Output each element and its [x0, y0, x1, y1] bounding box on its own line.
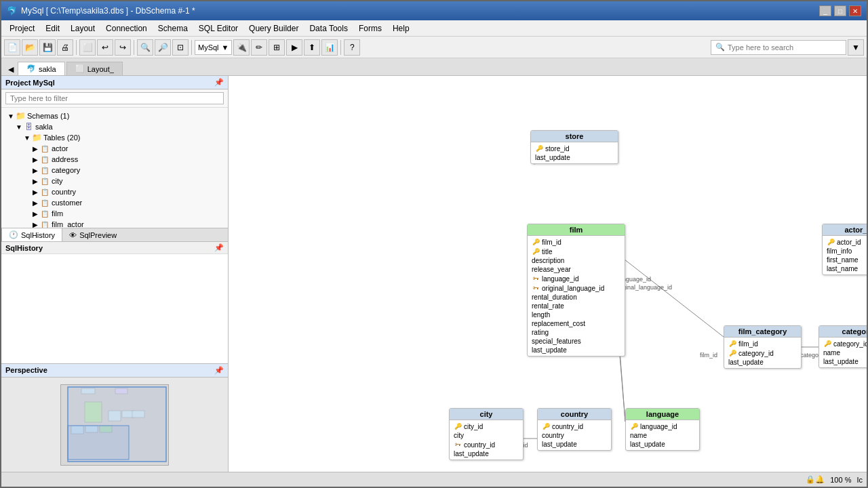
co-field-country-id: 🔑 country_id	[540, 422, 608, 431]
menu-forms[interactable]: Forms	[353, 22, 387, 35]
table-category[interactable]: ▶ 📋 category	[1, 165, 228, 176]
connection-dropdown[interactable]: MySql ▼	[195, 40, 232, 55]
table-category-card[interactable]: category 🔑 category_id name last_update	[818, 325, 867, 368]
close-button[interactable]: ✕	[849, 5, 861, 16]
save-button[interactable]: 💾	[39, 39, 56, 56]
sakla-arrow[interactable]: ▼	[15, 123, 23, 131]
cat-field-name: name	[822, 348, 867, 357]
zoom-out-button[interactable]: 🔍	[137, 39, 153, 56]
table-customer[interactable]: ▶ 📋 customer	[1, 197, 228, 208]
undo-button[interactable]: ↩	[97, 39, 113, 56]
print-button[interactable]: 🖨	[57, 39, 73, 56]
title-bar-left: 🐬 MySql [ C:\Temp\sakila3.dbs ] - DbSche…	[7, 6, 195, 16]
table-language-card[interactable]: language 🔑 language_id name last_update	[625, 408, 700, 451]
menu-edit[interactable]: Edit	[40, 22, 65, 35]
menu-query-builder[interactable]: Query Builder	[243, 22, 304, 35]
connection-value: MySql	[198, 43, 219, 52]
table-store-card[interactable]: store 🔑 store_id last_update	[530, 130, 618, 164]
tab-bar: ◀ 🐬 sakla ⬜ Layout_	[1, 58, 867, 76]
minimize-button[interactable]: _	[819, 5, 831, 16]
film-header: film	[528, 224, 625, 236]
search-input[interactable]	[728, 43, 842, 52]
table-country[interactable]: ▶ 📋 country	[1, 186, 228, 197]
city-body: 🔑 city_id city 🗝 country_id last_update	[450, 420, 523, 460]
edit-button[interactable]: ✏	[251, 39, 267, 56]
search-options-button[interactable]: ▼	[848, 39, 864, 56]
schema-icon: 🗄	[23, 122, 34, 131]
co-field-last-update: last_update	[540, 440, 608, 449]
table-customer-label: customer	[52, 199, 82, 207]
table-film[interactable]: ▶ 📋 film	[1, 208, 228, 219]
table-film-card[interactable]: film 🔑 film_id 🔑 title description relea…	[527, 224, 625, 357]
tree-search-input[interactable]	[5, 92, 224, 104]
tab-layout[interactable]: ⬜ Layout_	[66, 62, 123, 75]
menu-connection[interactable]: Connection	[100, 22, 153, 35]
help-button[interactable]: ?	[344, 39, 360, 56]
table-country-card[interactable]: country 🔑 country_id country last_update	[537, 408, 612, 451]
menu-project[interactable]: Project	[4, 22, 40, 35]
tab-layout-icon: ⬜	[75, 64, 85, 73]
sql2-button[interactable]: 📊	[321, 39, 338, 56]
store-field-store-id: 🔑 store_id	[534, 144, 615, 153]
new-button[interactable]: 📄	[4, 39, 20, 56]
pk-icon7: 🔑	[823, 340, 831, 348]
status-bar: 🔒🔔 100 % Ic	[1, 472, 867, 487]
language-header: language	[626, 409, 699, 420]
menu-layout[interactable]: Layout	[65, 22, 100, 35]
schemas-node[interactable]: ▼ 📁 Schemas (1)	[1, 110, 228, 121]
table-actor-info-card[interactable]: actor_info 🔑 actor_id film_info first_na…	[822, 224, 867, 275]
schemas-arrow[interactable]: ▼	[7, 113, 15, 120]
film-field-length: length	[530, 310, 622, 319]
tab-nav-left[interactable]: ◀	[4, 64, 18, 75]
export-button[interactable]: ⬆	[304, 39, 320, 56]
table-city-card[interactable]: city 🔑 city_id city 🗝 country_id last_up…	[449, 408, 524, 460]
film-title-label: title	[542, 248, 553, 256]
project-panel-pin-icon[interactable]: 📌	[214, 78, 224, 87]
table-film-category-card[interactable]: film_category 🔑 film_id 🔑 category_id la…	[724, 325, 802, 369]
sql-pin-icon[interactable]: 📌	[214, 243, 224, 252]
tab-sakla[interactable]: 🐬 sakla	[18, 62, 65, 75]
fc-field-last-update: last_update	[727, 358, 798, 367]
table-city[interactable]: ▶ 📋 city	[1, 176, 228, 186]
menu-bar: Project Edit Layout Connection Schema SQ…	[1, 20, 867, 37]
menu-schema[interactable]: Schema	[153, 22, 193, 35]
ai-field-first-name: first_name	[825, 256, 867, 264]
tab-sql-history[interactable]: 🕐 SqlHistory	[1, 228, 62, 241]
maximize-button[interactable]: □	[834, 5, 846, 16]
dropdown-arrow-icon: ▼	[222, 43, 229, 52]
table-actor[interactable]: ▶ 📋 actor	[1, 143, 228, 154]
sql-button[interactable]: ▶	[286, 39, 302, 56]
search-box: 🔍	[711, 40, 846, 55]
redo-button[interactable]: ↪	[115, 39, 131, 56]
tables-arrow[interactable]: ▼	[23, 134, 31, 142]
film-field-title: 🔑 title	[530, 247, 622, 256]
canvas-area[interactable]: language_id original_language_id film_id…	[229, 76, 867, 472]
co-field-country: country	[540, 431, 608, 440]
city-field-last-update: last_update	[452, 449, 520, 458]
table-address[interactable]: ▶ 📋 address	[1, 154, 228, 165]
sep4	[340, 40, 341, 55]
zoom-level: 100 %	[830, 476, 851, 484]
tab-sql-preview[interactable]: 👁 SqlPreview	[62, 228, 123, 241]
perspective-content[interactable]	[1, 378, 228, 472]
layout-button[interactable]: ⬜	[79, 39, 96, 56]
zoom-in-button[interactable]: 🔎	[155, 39, 171, 56]
history-icon: 🕐	[9, 230, 18, 239]
menu-sql-editor[interactable]: SQL Editor	[193, 22, 243, 35]
tables-node[interactable]: ▼ 📁 Tables (20)	[1, 132, 228, 143]
sep2	[134, 40, 134, 55]
menu-help[interactable]: Help	[387, 22, 415, 35]
perspective-pin-icon[interactable]: 📌	[214, 366, 224, 375]
t-arrow[interactable]: ▶	[31, 145, 39, 152]
zoom-fit-button[interactable]: ⊡	[172, 39, 189, 56]
project-panel-header: Project MySql 📌	[1, 76, 228, 89]
connect-button[interactable]: 🔌	[233, 39, 250, 56]
menu-data-tools[interactable]: Data Tools	[304, 22, 353, 35]
schema-sakla[interactable]: ▼ 🗄 sakla	[1, 121, 228, 132]
table-button[interactable]: ⊞	[269, 39, 285, 56]
table-film-actor[interactable]: ▶ 📋 film_actor	[1, 219, 228, 228]
open-button[interactable]: 📂	[22, 39, 38, 56]
city-field-city-id: 🔑 city_id	[452, 422, 520, 431]
sql-history-title: SqlHistory	[5, 244, 43, 252]
pk-icon3: 🔑	[827, 238, 835, 246]
